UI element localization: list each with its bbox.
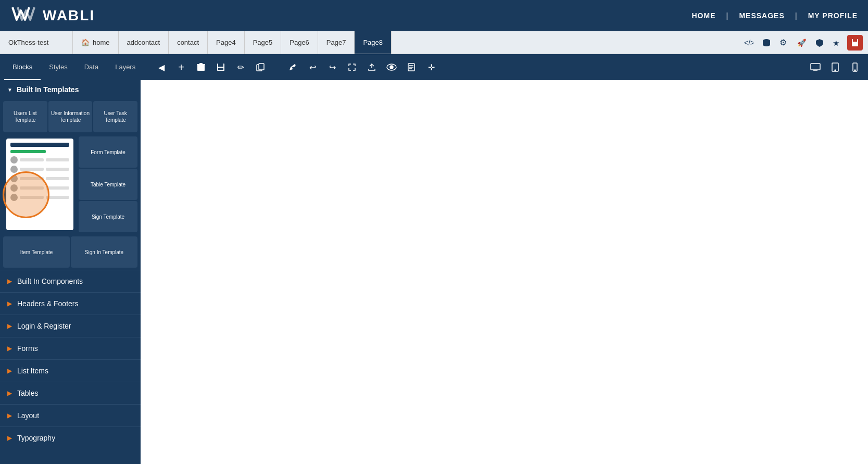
tab-data[interactable]: Data <box>76 54 107 80</box>
section-list-items[interactable]: ▶ List Items <box>0 359 141 382</box>
tab-page6[interactable]: Page6 <box>281 31 318 54</box>
add-button[interactable]: + <box>172 58 190 76</box>
svg-point-29 <box>854 70 856 71</box>
preview-line-3 <box>20 177 44 180</box>
tab-bar-icons: </> ⚙ 🚀 ★ <box>736 31 868 54</box>
preview-line-1 <box>20 158 44 161</box>
top-navbar: WABLI HOME | MESSAGES | MY PROFILE <box>0 0 868 31</box>
nav-home[interactable]: HOME <box>691 11 715 20</box>
section-arrow-typography: ▶ <box>7 434 12 442</box>
template-sign[interactable]: Sign Template <box>79 201 137 232</box>
preview-line-short-3 <box>46 177 69 180</box>
section-layout[interactable]: ▶ Layout <box>0 404 141 427</box>
edit-button[interactable]: ✏ <box>232 58 249 76</box>
preview-line-2 <box>20 168 44 171</box>
nav-profile[interactable]: MY PROFILE <box>808 11 858 20</box>
desktop-button[interactable] <box>807 58 824 76</box>
templates-arrow: ▼ <box>7 87 12 93</box>
tab-styles[interactable]: Styles <box>41 54 76 80</box>
template-user-task[interactable]: User Task Template <box>93 101 137 132</box>
svg-rect-15 <box>259 64 264 70</box>
template-users-list[interactable]: Users List Template <box>3 101 47 132</box>
preview-row-5 <box>10 194 69 201</box>
tab-addcontact[interactable]: addcontact <box>119 31 169 54</box>
section-headers-footers[interactable]: ▶ Headers & Footers <box>0 292 141 315</box>
section-login-register[interactable]: ▶ Login & Register <box>0 315 141 337</box>
tab-contact[interactable]: contact <box>169 31 208 54</box>
page-button[interactable] <box>402 58 420 76</box>
save-button[interactable] <box>212 58 230 76</box>
svg-rect-7 <box>853 43 857 46</box>
template-user-info[interactable]: User Information Template <box>48 101 93 132</box>
section-label-headers: Headers & Footers <box>17 299 79 308</box>
settings-icon[interactable]: ⚙ <box>776 35 792 51</box>
section-label-components: Built In Components <box>17 277 83 285</box>
svg-point-18 <box>390 66 393 69</box>
section-label-typography: Typography <box>17 434 55 442</box>
svg-rect-12 <box>218 64 223 67</box>
logo-text: WABLI <box>43 7 95 24</box>
template-table[interactable]: Table Template <box>79 169 137 200</box>
svg-point-16 <box>292 67 294 69</box>
back-button[interactable]: ◀ <box>153 58 170 76</box>
preview-avatar-1 <box>10 156 18 164</box>
section-arrow-components: ▶ <box>7 278 12 285</box>
svg-rect-10 <box>197 64 205 65</box>
nav-sep2: | <box>795 11 798 20</box>
shield-icon[interactable] <box>812 35 827 51</box>
undo-button[interactable]: ↩ <box>304 58 321 76</box>
tablet-button[interactable] <box>826 58 844 76</box>
section-arrow-login: ▶ <box>7 322 12 330</box>
page-tab-bar: OkThess-test 🏠 home addcontact contact P… <box>0 31 868 54</box>
star-icon[interactable]: ★ <box>829 35 845 51</box>
template-item[interactable]: Item Template <box>3 236 70 268</box>
save-icon[interactable] <box>847 35 863 51</box>
tab-layers[interactable]: Layers <box>107 54 144 80</box>
template-form[interactable]: Form Template <box>79 136 137 168</box>
tab-page4[interactable]: Page4 <box>208 31 245 54</box>
section-built-in-components[interactable]: ▶ Built In Components <box>0 270 141 292</box>
svg-text:🚀: 🚀 <box>797 39 807 47</box>
mobile-button[interactable] <box>846 58 864 76</box>
section-label-list: List Items <box>17 367 48 375</box>
nav-messages[interactable]: MESSAGES <box>739 11 784 20</box>
redo-button[interactable]: ↪ <box>323 58 341 76</box>
delete-button[interactable] <box>192 58 210 76</box>
template-side-items: Form Template Table Template Sign Templa… <box>79 136 137 232</box>
template-sign-in[interactable]: Sign In Template <box>71 236 137 268</box>
preview-line-short-5 <box>46 196 69 199</box>
section-label-forms: Forms <box>17 344 38 353</box>
preview-line-short-1 <box>46 158 69 161</box>
template-preview <box>6 139 73 230</box>
main-layout: ▼ Built In Templates Users List Template… <box>0 80 868 464</box>
tab-blocks[interactable]: Blocks <box>4 54 41 80</box>
preview-header <box>10 143 69 147</box>
section-arrow-list: ▶ <box>7 367 12 374</box>
pen-tool-button[interactable] <box>284 58 301 76</box>
move-button[interactable]: ✛ <box>422 58 440 76</box>
preview-line-5 <box>20 196 44 199</box>
code-icon[interactable]: </> <box>741 35 757 51</box>
expand-button[interactable] <box>343 58 361 76</box>
tab-page5[interactable]: Page5 <box>245 31 282 54</box>
built-in-templates-header[interactable]: ▼ Built In Templates <box>0 80 141 99</box>
tab-page8[interactable]: Page8 <box>355 31 392 54</box>
svg-text:⚙: ⚙ <box>779 38 787 47</box>
section-typography[interactable]: ▶ Typography <box>0 427 141 449</box>
preview-avatar-5 <box>10 194 18 201</box>
section-label-login: Login & Register <box>17 322 71 330</box>
export-button[interactable] <box>363 58 381 76</box>
tab-home[interactable]: 🏠 home <box>73 31 119 54</box>
preview-button[interactable] <box>383 58 400 76</box>
logo-area: WABLI <box>10 3 95 28</box>
section-arrow-headers: ▶ <box>7 300 12 307</box>
copy-button[interactable] <box>251 58 269 76</box>
tab-page7[interactable]: Page7 <box>318 31 355 54</box>
preview-row-1 <box>10 156 69 164</box>
canvas <box>141 80 868 464</box>
database-icon[interactable] <box>759 35 774 51</box>
template-preview-row: Form Template Table Template Sign Templa… <box>0 134 141 234</box>
section-forms[interactable]: ▶ Forms <box>0 337 141 359</box>
section-tables[interactable]: ▶ Tables <box>0 382 141 404</box>
rocket-icon[interactable]: 🚀 <box>794 35 810 51</box>
